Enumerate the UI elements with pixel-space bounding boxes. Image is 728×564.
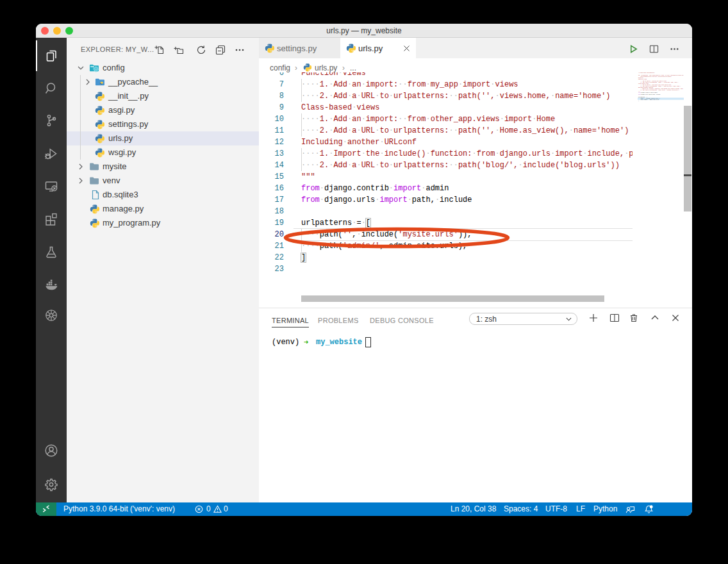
svg-text:Including another URLconf: Including another URLconf: [638, 87, 653, 88]
svg-text:docs.djangoproject.com/en/3.1/: docs.djangoproject.com/en/3.1/topics/web…: [638, 76, 672, 77]
svg-text:1. Add an import: from my_app: 1. Add an import: from my_app import vie…: [638, 80, 666, 82]
svg-text:Function views: Function views: [638, 79, 647, 79]
svg-text:]: ]: [638, 101, 639, 101]
svg-text:path('', include('mysite.urls': path('', include('mysite.urls')),: [638, 98, 660, 99]
svg-text:""": """: [638, 91, 640, 92]
svg-text:urlpatterns = [: urlpatterns = [: [638, 97, 647, 97]
svg-text:2. Add a URL to urlpatterns:: 2. Add a URL to urlpatterns: path('blog/…: [638, 89, 679, 90]
svg-text:path('admin/', admin.site.urls: path('admin/', admin.site.urls),: [638, 99, 659, 100]
svg-text:from django.urls import path,: from django.urls import path, include: [638, 94, 660, 95]
svg-text:2. Add a URL to urlpatterns:: 2. Add a URL to urlpatterns: path('', Ho…: [638, 85, 681, 87]
svg-text:Examples:: Examples:: [638, 78, 643, 78]
svg-text:1. Add an import: from other_: 1. Add an import: from other_app.views i…: [638, 84, 671, 86]
svg-text:The `urlpatterns` list routes: The `urlpatterns` list routes URLs to vi…: [638, 75, 684, 76]
svg-text:Class-based views: Class-based views: [638, 83, 649, 84]
svg-text:from django.contrib import adm: from django.contrib import admin: [638, 92, 658, 93]
svg-text:"""config URL Configuration: """config URL Configuration: [638, 72, 654, 73]
svg-text:1. Import the include() functi: 1. Import the include() function: from d…: [638, 88, 683, 89]
svg-text:2. Add a URL to urlpatterns:: 2. Add a URL to urlpatterns: path('', vi…: [638, 81, 678, 83]
